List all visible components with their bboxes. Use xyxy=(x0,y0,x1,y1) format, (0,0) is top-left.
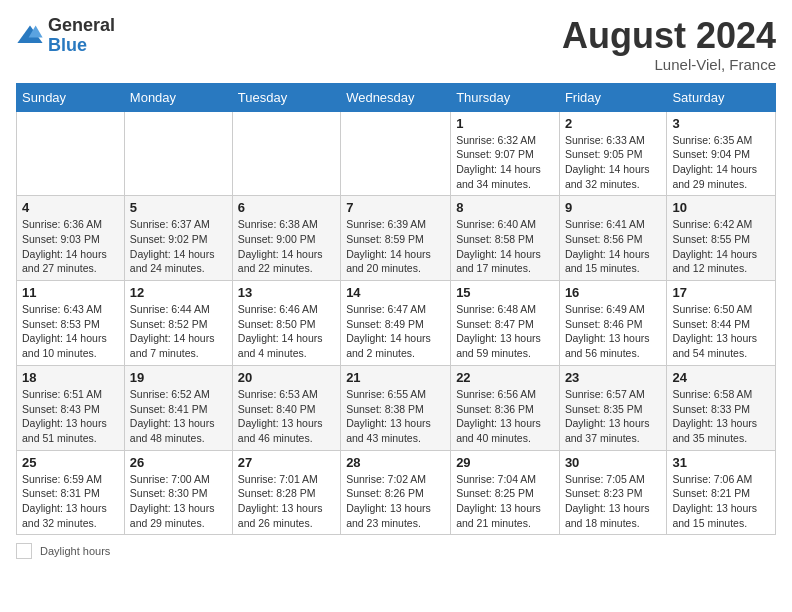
day-number: 9 xyxy=(565,200,662,215)
logo-icon xyxy=(16,22,44,50)
calendar-week-row: 4Sunrise: 6:36 AM Sunset: 9:03 PM Daylig… xyxy=(17,196,776,281)
day-header-thursday: Thursday xyxy=(451,83,560,111)
calendar-cell: 13Sunrise: 6:46 AM Sunset: 8:50 PM Dayli… xyxy=(232,281,340,366)
day-info: Sunrise: 6:40 AM Sunset: 8:58 PM Dayligh… xyxy=(456,217,554,276)
day-number: 17 xyxy=(672,285,770,300)
calendar-cell: 19Sunrise: 6:52 AM Sunset: 8:41 PM Dayli… xyxy=(124,365,232,450)
calendar-cell: 7Sunrise: 6:39 AM Sunset: 8:59 PM Daylig… xyxy=(341,196,451,281)
day-number: 27 xyxy=(238,455,335,470)
day-info: Sunrise: 6:35 AM Sunset: 9:04 PM Dayligh… xyxy=(672,133,770,192)
day-info: Sunrise: 6:48 AM Sunset: 8:47 PM Dayligh… xyxy=(456,302,554,361)
calendar-cell: 1Sunrise: 6:32 AM Sunset: 9:07 PM Daylig… xyxy=(451,111,560,196)
day-info: Sunrise: 6:52 AM Sunset: 8:41 PM Dayligh… xyxy=(130,387,227,446)
day-info: Sunrise: 6:38 AM Sunset: 9:00 PM Dayligh… xyxy=(238,217,335,276)
day-info: Sunrise: 7:05 AM Sunset: 8:23 PM Dayligh… xyxy=(565,472,662,531)
day-number: 18 xyxy=(22,370,119,385)
day-number: 7 xyxy=(346,200,445,215)
calendar-cell: 16Sunrise: 6:49 AM Sunset: 8:46 PM Dayli… xyxy=(559,281,667,366)
day-info: Sunrise: 6:55 AM Sunset: 8:38 PM Dayligh… xyxy=(346,387,445,446)
day-info: Sunrise: 6:41 AM Sunset: 8:56 PM Dayligh… xyxy=(565,217,662,276)
day-info: Sunrise: 6:47 AM Sunset: 8:49 PM Dayligh… xyxy=(346,302,445,361)
day-number: 16 xyxy=(565,285,662,300)
calendar-cell: 31Sunrise: 7:06 AM Sunset: 8:21 PM Dayli… xyxy=(667,450,776,535)
calendar-location: Lunel-Viel, France xyxy=(562,56,776,73)
page-header: General Blue August 2024 Lunel-Viel, Fra… xyxy=(16,16,776,73)
calendar-cell: 12Sunrise: 6:44 AM Sunset: 8:52 PM Dayli… xyxy=(124,281,232,366)
calendar-cell xyxy=(17,111,125,196)
day-number: 28 xyxy=(346,455,445,470)
calendar-cell: 14Sunrise: 6:47 AM Sunset: 8:49 PM Dayli… xyxy=(341,281,451,366)
calendar-cell: 6Sunrise: 6:38 AM Sunset: 9:00 PM Daylig… xyxy=(232,196,340,281)
day-info: Sunrise: 6:49 AM Sunset: 8:46 PM Dayligh… xyxy=(565,302,662,361)
day-info: Sunrise: 6:53 AM Sunset: 8:40 PM Dayligh… xyxy=(238,387,335,446)
day-number: 13 xyxy=(238,285,335,300)
calendar-cell: 2Sunrise: 6:33 AM Sunset: 9:05 PM Daylig… xyxy=(559,111,667,196)
logo: General Blue xyxy=(16,16,115,56)
calendar-week-row: 18Sunrise: 6:51 AM Sunset: 8:43 PM Dayli… xyxy=(17,365,776,450)
day-info: Sunrise: 6:32 AM Sunset: 9:07 PM Dayligh… xyxy=(456,133,554,192)
calendar-cell: 8Sunrise: 6:40 AM Sunset: 8:58 PM Daylig… xyxy=(451,196,560,281)
calendar-cell: 4Sunrise: 6:36 AM Sunset: 9:03 PM Daylig… xyxy=(17,196,125,281)
day-info: Sunrise: 7:04 AM Sunset: 8:25 PM Dayligh… xyxy=(456,472,554,531)
daylight-label: Daylight hours xyxy=(40,545,110,557)
calendar-week-row: 11Sunrise: 6:43 AM Sunset: 8:53 PM Dayli… xyxy=(17,281,776,366)
day-header-tuesday: Tuesday xyxy=(232,83,340,111)
day-number: 6 xyxy=(238,200,335,215)
day-number: 24 xyxy=(672,370,770,385)
day-header-friday: Friday xyxy=(559,83,667,111)
calendar-cell xyxy=(232,111,340,196)
day-info: Sunrise: 6:57 AM Sunset: 8:35 PM Dayligh… xyxy=(565,387,662,446)
calendar-cell: 17Sunrise: 6:50 AM Sunset: 8:44 PM Dayli… xyxy=(667,281,776,366)
logo-general: General xyxy=(48,16,115,36)
day-info: Sunrise: 6:43 AM Sunset: 8:53 PM Dayligh… xyxy=(22,302,119,361)
calendar-cell: 10Sunrise: 6:42 AM Sunset: 8:55 PM Dayli… xyxy=(667,196,776,281)
footer: Daylight hours xyxy=(16,543,776,559)
calendar-week-row: 25Sunrise: 6:59 AM Sunset: 8:31 PM Dayli… xyxy=(17,450,776,535)
logo-text: General Blue xyxy=(48,16,115,56)
day-info: Sunrise: 6:56 AM Sunset: 8:36 PM Dayligh… xyxy=(456,387,554,446)
day-number: 2 xyxy=(565,116,662,131)
calendar-cell: 20Sunrise: 6:53 AM Sunset: 8:40 PM Dayli… xyxy=(232,365,340,450)
day-number: 26 xyxy=(130,455,227,470)
calendar-cell: 3Sunrise: 6:35 AM Sunset: 9:04 PM Daylig… xyxy=(667,111,776,196)
day-info: Sunrise: 6:37 AM Sunset: 9:02 PM Dayligh… xyxy=(130,217,227,276)
calendar-cell: 5Sunrise: 6:37 AM Sunset: 9:02 PM Daylig… xyxy=(124,196,232,281)
day-number: 10 xyxy=(672,200,770,215)
day-info: Sunrise: 6:44 AM Sunset: 8:52 PM Dayligh… xyxy=(130,302,227,361)
calendar-table: SundayMondayTuesdayWednesdayThursdayFrid… xyxy=(16,83,776,536)
calendar-cell: 21Sunrise: 6:55 AM Sunset: 8:38 PM Dayli… xyxy=(341,365,451,450)
day-info: Sunrise: 6:59 AM Sunset: 8:31 PM Dayligh… xyxy=(22,472,119,531)
day-info: Sunrise: 6:42 AM Sunset: 8:55 PM Dayligh… xyxy=(672,217,770,276)
day-info: Sunrise: 6:50 AM Sunset: 8:44 PM Dayligh… xyxy=(672,302,770,361)
day-number: 8 xyxy=(456,200,554,215)
calendar-cell: 11Sunrise: 6:43 AM Sunset: 8:53 PM Dayli… xyxy=(17,281,125,366)
calendar-cell: 18Sunrise: 6:51 AM Sunset: 8:43 PM Dayli… xyxy=(17,365,125,450)
day-number: 4 xyxy=(22,200,119,215)
day-info: Sunrise: 6:58 AM Sunset: 8:33 PM Dayligh… xyxy=(672,387,770,446)
day-number: 15 xyxy=(456,285,554,300)
calendar-cell: 9Sunrise: 6:41 AM Sunset: 8:56 PM Daylig… xyxy=(559,196,667,281)
day-number: 22 xyxy=(456,370,554,385)
day-number: 14 xyxy=(346,285,445,300)
calendar-cell: 15Sunrise: 6:48 AM Sunset: 8:47 PM Dayli… xyxy=(451,281,560,366)
calendar-cell: 25Sunrise: 6:59 AM Sunset: 8:31 PM Dayli… xyxy=(17,450,125,535)
calendar-cell: 23Sunrise: 6:57 AM Sunset: 8:35 PM Dayli… xyxy=(559,365,667,450)
calendar-cell: 30Sunrise: 7:05 AM Sunset: 8:23 PM Dayli… xyxy=(559,450,667,535)
calendar-cell: 29Sunrise: 7:04 AM Sunset: 8:25 PM Dayli… xyxy=(451,450,560,535)
daylight-legend-box xyxy=(16,543,32,559)
calendar-cell xyxy=(124,111,232,196)
calendar-cell: 28Sunrise: 7:02 AM Sunset: 8:26 PM Dayli… xyxy=(341,450,451,535)
day-header-saturday: Saturday xyxy=(667,83,776,111)
logo-blue: Blue xyxy=(48,36,115,56)
day-info: Sunrise: 6:46 AM Sunset: 8:50 PM Dayligh… xyxy=(238,302,335,361)
day-info: Sunrise: 6:51 AM Sunset: 8:43 PM Dayligh… xyxy=(22,387,119,446)
day-number: 25 xyxy=(22,455,119,470)
day-number: 30 xyxy=(565,455,662,470)
calendar-week-row: 1Sunrise: 6:32 AM Sunset: 9:07 PM Daylig… xyxy=(17,111,776,196)
day-info: Sunrise: 7:06 AM Sunset: 8:21 PM Dayligh… xyxy=(672,472,770,531)
day-info: Sunrise: 6:36 AM Sunset: 9:03 PM Dayligh… xyxy=(22,217,119,276)
calendar-title: August 2024 xyxy=(562,16,776,56)
calendar-cell: 26Sunrise: 7:00 AM Sunset: 8:30 PM Dayli… xyxy=(124,450,232,535)
day-number: 5 xyxy=(130,200,227,215)
day-number: 3 xyxy=(672,116,770,131)
